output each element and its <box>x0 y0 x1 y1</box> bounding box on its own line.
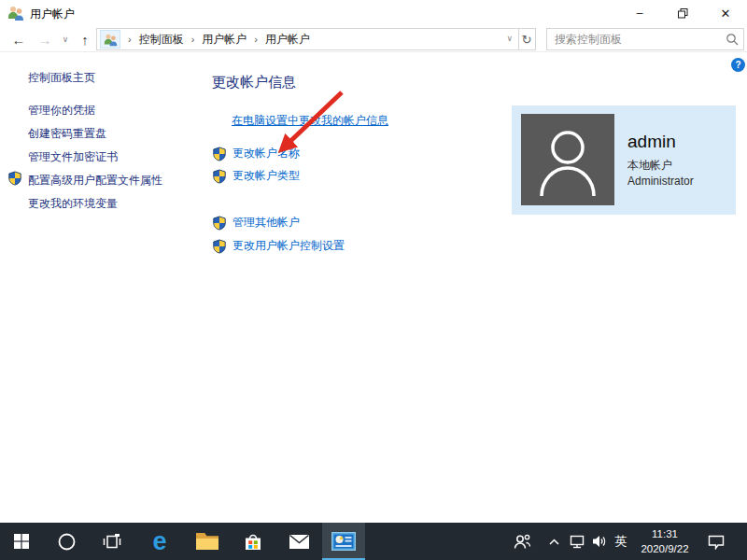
breadcrumb-user-accounts-2[interactable]: 用户帐户 <box>265 32 310 48</box>
taskbar-clock[interactable]: 11:31 2020/9/22 <box>631 526 698 556</box>
cortana-circle-icon <box>58 533 76 551</box>
start-button[interactable] <box>0 523 43 560</box>
window-title: 用户帐户 <box>30 7 75 22</box>
history-dropdown-icon[interactable]: ∨ <box>58 29 73 49</box>
folder-icon <box>196 533 218 550</box>
account-name: admin <box>627 132 676 152</box>
sidebar-item-advanced-user-profiles[interactable]: 配置高级用户配置文件属性 <box>28 173 162 189</box>
account-role: Administrator <box>627 175 694 188</box>
ime-indicator[interactable]: 英 <box>611 523 631 560</box>
sidebar-item-create-password-reset-disk[interactable]: 创建密码重置盘 <box>28 126 106 142</box>
address-dropdown-icon[interactable]: ∨ <box>506 34 513 43</box>
refresh-button[interactable]: ↻ <box>518 28 536 50</box>
network-ethernet-icon <box>570 535 585 549</box>
chevron-up-icon <box>549 539 559 545</box>
clock-time: 11:31 <box>631 526 698 541</box>
edge-icon: e <box>152 529 166 554</box>
link-change-account-name[interactable]: 更改帐户名称 <box>212 146 300 161</box>
action-center-button[interactable] <box>702 523 730 560</box>
link-manage-other-accounts[interactable]: 管理其他帐户 <box>212 215 300 231</box>
sidebar-item-control-panel-home[interactable]: 控制面板主页 <box>28 70 95 86</box>
sidebar-item-change-environment-variables[interactable]: 更改我的环境变量 <box>28 196 118 212</box>
link-label: 更改用户帐户控制设置 <box>233 238 345 254</box>
search-input[interactable] <box>555 30 721 49</box>
action-center-icon <box>707 534 726 550</box>
cortana-button[interactable] <box>45 523 88 560</box>
taskbar-app-user-accounts[interactable] <box>322 523 365 560</box>
uac-shield-icon <box>212 169 227 184</box>
breadcrumb-separator: › <box>128 34 132 45</box>
account-summary-panel: admin 本地帐户 Administrator <box>512 105 736 215</box>
store-bag-icon <box>244 533 262 551</box>
uac-shield-icon <box>212 147 227 161</box>
uac-shield-icon <box>212 216 227 231</box>
link-change-account-info-in-settings[interactable]: 在电脑设置中更改我的帐户信息 <box>232 113 388 129</box>
address-bar[interactable]: › 控制面板 › 用户帐户 › 用户帐户 ∨ <box>96 28 519 50</box>
task-view-button[interactable] <box>91 523 134 560</box>
link-label: 管理其他帐户 <box>233 215 300 231</box>
breadcrumb-separator: › <box>254 34 258 45</box>
restore-button[interactable] <box>661 0 704 26</box>
file-explorer-button[interactable] <box>186 523 229 560</box>
account-type: 本地帐户 <box>627 158 672 174</box>
up-button[interactable]: ↑ <box>75 29 95 49</box>
minimize-button[interactable]: – <box>618 0 661 26</box>
content-area: ? 控制面板主页 管理你的凭据 创建密码重置盘 管理文件加密证书 配置高级用户配… <box>0 52 747 523</box>
forward-button: → <box>34 29 56 49</box>
people-button[interactable] <box>510 523 534 560</box>
back-button[interactable]: ← <box>7 29 30 49</box>
breadcrumb-user-accounts[interactable]: 用户帐户 <box>202 32 247 48</box>
uac-shield-icon <box>212 239 227 254</box>
window-titlebar: 用户帐户 – ✕ <box>0 0 747 26</box>
link-change-account-type[interactable]: 更改帐户类型 <box>212 168 300 184</box>
avatar <box>521 114 614 205</box>
volume-button[interactable] <box>588 523 611 560</box>
breadcrumb-control-panel[interactable]: 控制面板 <box>139 32 184 48</box>
person-icon <box>521 114 614 205</box>
desktop-screen: 用户帐户 – ✕ ← → ∨ ↑ › 控制面板 › 用户帐户 › 用户帐户 ∨ … <box>0 0 747 560</box>
close-button[interactable]: ✕ <box>704 0 747 26</box>
search-box[interactable] <box>546 28 744 50</box>
mail-envelope-icon <box>289 535 309 549</box>
uac-shield-icon <box>7 171 22 189</box>
mail-button[interactable] <box>277 523 320 560</box>
page-title: 更改帐户信息 <box>212 74 296 91</box>
sidebar-item-manage-encryption-certificates[interactable]: 管理文件加密证书 <box>28 149 118 165</box>
navigation-bar: ← → ∨ ↑ › 控制面板 › 用户帐户 › 用户帐户 ∨ ↻ <box>0 26 747 52</box>
breadcrumb: › 控制面板 › 用户帐户 › 用户帐户 <box>120 32 310 48</box>
breadcrumb-app-icon[interactable] <box>100 30 120 49</box>
clock-date: 2020/9/22 <box>631 541 698 556</box>
microsoft-store-button[interactable] <box>232 523 275 560</box>
windows-logo-icon <box>14 534 29 549</box>
link-change-uac-settings[interactable]: 更改用户帐户控制设置 <box>212 238 345 254</box>
user-accounts-window-icon <box>331 532 356 551</box>
user-accounts-icon <box>7 5 24 21</box>
taskbar: e 英 11:31 2020/9/22 <box>0 523 747 560</box>
network-button[interactable] <box>566 523 588 560</box>
task-view-icon <box>103 534 121 550</box>
restore-icon <box>678 8 688 19</box>
edge-button[interactable]: e <box>138 523 181 560</box>
speaker-icon <box>592 535 607 548</box>
link-label: 更改帐户名称 <box>233 146 300 161</box>
people-icon <box>514 534 531 550</box>
link-label: 更改帐户类型 <box>233 168 300 184</box>
sidebar-item-manage-credentials[interactable]: 管理你的凭据 <box>28 103 95 119</box>
breadcrumb-separator: › <box>191 34 195 45</box>
help-button[interactable]: ? <box>731 58 745 72</box>
search-icon[interactable] <box>726 33 739 49</box>
tray-overflow-button[interactable] <box>544 523 563 560</box>
